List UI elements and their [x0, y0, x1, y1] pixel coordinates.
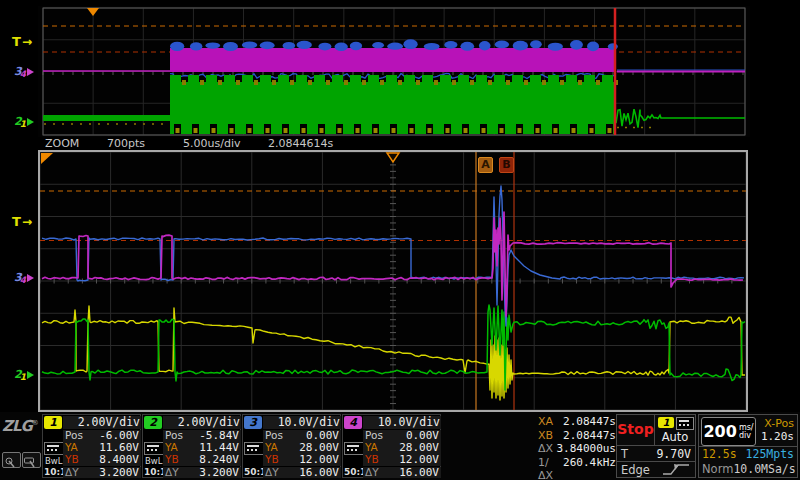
channel-3-scale: 10.0V/div — [263, 416, 341, 429]
zoom-info-bar: ZOOM 700pts 5.00us/div 2.0844614s — [0, 136, 800, 151]
brand-logo: ZLG® — [2, 416, 40, 476]
dy-value: 3.200V — [199, 467, 239, 479]
dy-label: ΔY — [65, 467, 79, 479]
run-stop-indicator[interactable]: Stop — [617, 415, 655, 446]
channel-3-badge: 3 — [244, 416, 262, 429]
dy-value: 3.200V — [99, 467, 139, 479]
dx-label: ΔX — [538, 442, 553, 456]
channel-4-pos-row: Pos0.00V — [363, 430, 441, 442]
dc-coupling-icon — [44, 442, 64, 455]
x-position[interactable]: X-Pos 1.20s — [754, 417, 794, 443]
acquisition-mode: Norm — [702, 462, 733, 477]
dc-coupling-icon — [344, 442, 364, 455]
pos-label: Pos — [165, 430, 183, 442]
trigger-t-label: T — [12, 215, 21, 229]
timebase-box[interactable]: 200 ms/div — [701, 417, 756, 446]
trigger-level-marker-main[interactable]: T→ — [12, 215, 32, 229]
pos-value: -5.84V — [199, 430, 239, 442]
trigger-type-label: Edge — [621, 463, 650, 477]
channel-2-scale: 2.00V/div — [163, 416, 241, 429]
scope-display[interactable] — [0, 0, 800, 480]
trigger-level-row[interactable]: T 9.70V — [617, 447, 695, 462]
trigger-source-area[interactable]: 1 Auto — [655, 415, 695, 446]
xb-label: XB — [538, 429, 553, 443]
stop-label: Stop — [617, 415, 654, 444]
pos-label: Pos — [265, 430, 283, 442]
ya-value: 11.60V — [99, 442, 139, 454]
yb-label: YB — [65, 454, 79, 466]
trigger-block: Stop 1 Auto T 9.70V Edge — [616, 414, 696, 478]
pos-label: Pos — [65, 430, 83, 442]
timebase-value: 200 — [703, 422, 736, 441]
fx-row: 1/ΔX260.4kHz — [538, 456, 616, 470]
logo-registered-mark: ® — [32, 419, 39, 427]
channel-4-yb-row: YB12.00V — [363, 454, 441, 466]
ch34-ground-marker-main[interactable]: 34 — [14, 271, 34, 285]
yb-value: 12.00V — [299, 454, 339, 466]
cursor-a-tag[interactable]: A — [478, 157, 493, 173]
ya-label: YA — [65, 442, 78, 454]
channel-2-ya-row: YA11.44V — [163, 442, 241, 454]
ch2-marker-arrow-icon — [27, 371, 34, 379]
ch34-ground-marker-top[interactable]: 34 — [14, 65, 34, 79]
ya-value: 28.00V — [299, 442, 339, 454]
dx-row: ΔX3.84000us — [538, 442, 616, 456]
ch1-marker-label: 1 — [20, 370, 26, 384]
pos-value: 0.00V — [406, 430, 439, 442]
cursor-b-tag[interactable]: B — [499, 157, 514, 173]
zoom-timebase: 5.00us/div — [183, 137, 240, 150]
channel-2-yb-row: YB8.240V — [163, 454, 241, 466]
channel-2-dy-row: ΔY3.200V — [163, 467, 241, 479]
dy-label: ΔY — [265, 467, 279, 479]
touch-pad-icon — [22, 452, 41, 468]
channel-panel-1[interactable]: 1 2.00V/div BwL 10:1 Pos-6.00V YA11.60V … — [42, 414, 141, 478]
trigger-arrow-icon: → — [22, 215, 32, 229]
logo-text: ZLG — [2, 417, 32, 435]
trigger-type-row[interactable]: Edge — [617, 463, 695, 477]
trigger-level-marker-top[interactable]: T→ — [12, 35, 32, 49]
zoom-timestamp: 2.0844614s — [268, 137, 333, 150]
xpos-value: 1.20s — [754, 430, 794, 443]
yb-label: YB — [165, 454, 179, 466]
channel-2-badge: 2 — [144, 416, 162, 429]
channel-panel-4[interactable]: 4 10.0V/div 50:1 Pos0.00V YA28.00V YB12.… — [342, 414, 441, 478]
xa-label: XA — [538, 415, 553, 429]
trigger-t-label: T — [12, 35, 21, 49]
ch12-ground-marker-main[interactable]: 21 — [14, 368, 34, 382]
sample-rate: 10.0MSa/s — [733, 462, 795, 477]
ya-label: YA — [365, 442, 378, 454]
xa-row: XA2.08447s — [538, 415, 616, 429]
timebase-unit-bottom: div — [739, 431, 751, 440]
record-row: 12.5s 125Mpts — [699, 447, 797, 462]
trigger-t-label: T — [621, 447, 628, 461]
dx-value: 3.84000us — [556, 442, 616, 456]
channel-4-ya-row: YA28.00V — [363, 442, 441, 454]
dy-label: ΔY — [365, 467, 379, 479]
dy-label: ΔY — [165, 467, 179, 479]
channel-3-ya-row: YA28.00V — [263, 442, 341, 454]
ya-label: YA — [265, 442, 278, 454]
trigger-coupling-icon — [676, 417, 694, 430]
ch12-ground-marker-top[interactable]: 21 — [14, 115, 34, 129]
fx-value: 260.4kHz — [563, 456, 616, 470]
channel-3-yb-row: YB12.00V — [263, 454, 341, 466]
channel-panel-2[interactable]: 2 2.00V/div BwL 10:1 Pos-5.84V YA11.44V … — [142, 414, 241, 478]
dc-coupling-icon — [244, 442, 264, 455]
channel-3-pos-row: Pos0.00V — [263, 430, 341, 442]
channel-panel-3[interactable]: 3 10.0V/div 50:1 Pos0.00V YA28.00V YB12.… — [242, 414, 341, 478]
rising-edge-icon — [661, 463, 691, 476]
channel-1-yb-row: YB8.400V — [63, 454, 141, 466]
record-points: 125Mpts — [746, 447, 794, 462]
acquisition-row: Norm 10.0MSa/s — [699, 462, 797, 477]
ch1-marker-label: 1 — [20, 117, 26, 131]
channel-1-badge: 1 — [44, 416, 62, 429]
channel-1-pos-row: Pos-6.00V — [63, 430, 141, 442]
bandwidth-limit-label: BwL — [145, 456, 163, 466]
dy-value: 16.00V — [399, 467, 439, 479]
channel-4-badge: 4 — [344, 416, 362, 429]
ch4-marker-label: 4 — [20, 273, 26, 287]
pos-value: -6.00V — [99, 430, 139, 442]
xb-value: 2.08447s — [563, 429, 616, 443]
ya-label: YA — [165, 442, 178, 454]
channel-4-dy-row: ΔY16.00V — [363, 467, 441, 479]
